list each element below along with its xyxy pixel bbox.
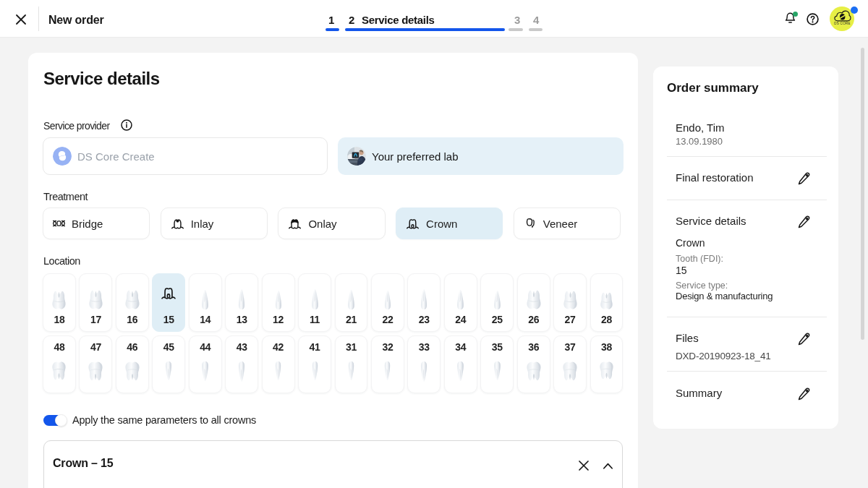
svg-text:DS CORE: DS CORE <box>834 22 851 25</box>
